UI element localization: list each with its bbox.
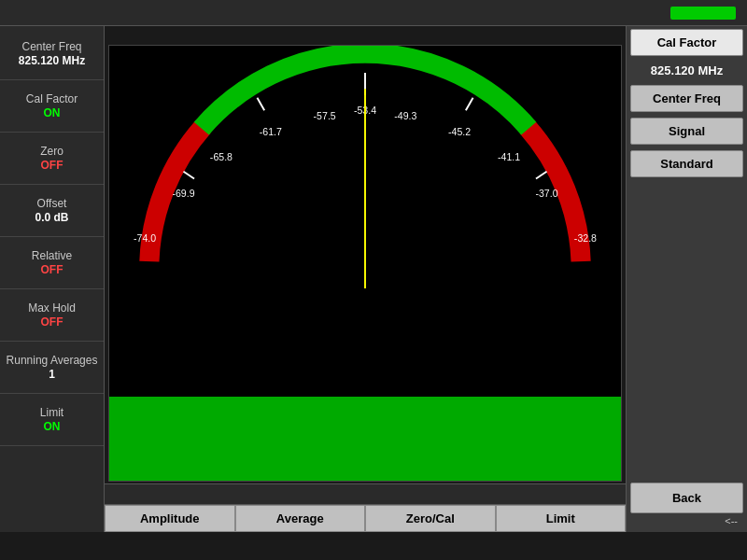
sidebar-item-2[interactable]: ZeroOFF (0, 133, 104, 185)
svg-line-13 (466, 98, 473, 110)
tab-average[interactable]: Average (235, 505, 366, 532)
meter-container: -74.0 -69.9 -65.8 -61.7 -57.5 -53.4 -49.… (108, 45, 622, 482)
right-btn-standard[interactable]: Standard (630, 150, 743, 177)
green-band (109, 397, 621, 481)
svg-text:-37.0: -37.0 (535, 188, 557, 199)
arrow-indicator: <-- (630, 513, 743, 528)
sidebar-item-7[interactable]: LimitON (0, 394, 104, 446)
svg-line-15 (536, 172, 547, 179)
svg-text:-45.2: -45.2 (448, 126, 471, 137)
right-btn-signal[interactable]: Signal (630, 118, 743, 145)
right-spacer (627, 180, 747, 479)
right-panel: Cal Factor825.120 MHzCenter FreqSignalSt… (626, 26, 747, 532)
tab-limit[interactable]: Limit (496, 505, 627, 532)
svg-text:-57.5: -57.5 (314, 110, 336, 121)
center-freq-info: 825.120 MHz (627, 61, 747, 80)
left-sidebar: Center Freq825.120 MHzCal FactorONZeroOF… (0, 26, 105, 532)
svg-text:-49.3: -49.3 (394, 110, 416, 121)
tab-zero/cal[interactable]: Zero/Cal (365, 505, 496, 532)
device-info (105, 26, 626, 43)
back-button[interactable]: Back (630, 483, 743, 513)
svg-text:-32.8: -32.8 (574, 232, 597, 244)
top-bar (0, 0, 747, 26)
svg-text:-61.7: -61.7 (260, 126, 282, 137)
svg-line-14 (183, 172, 194, 179)
svg-text:-69.9: -69.9 (172, 188, 194, 199)
sidebar-item-4[interactable]: RelativeOFF (0, 237, 104, 289)
svg-text:-65.8: -65.8 (210, 151, 233, 162)
svg-text:-41.1: -41.1 (498, 151, 520, 162)
sidebar-item-5[interactable]: Max HoldOFF (0, 289, 104, 342)
bottom-tabs: AmplitudeAverageZero/CalLimit (105, 504, 626, 532)
arc-meter: -74.0 -69.9 -65.8 -61.7 -57.5 -53.4 -49.… (109, 46, 621, 288)
sidebar-item-6[interactable]: Running Averages1 (0, 342, 104, 394)
status-bar (105, 483, 626, 504)
back-btn-container: Back<-- (630, 483, 743, 528)
svg-line-12 (257, 98, 264, 110)
sidebar-item-3[interactable]: Offset0.0 dB (0, 185, 104, 237)
sidebar-item-0[interactable]: Center Freq825.120 MHz (0, 28, 104, 80)
tab-amplitude[interactable]: Amplitude (105, 505, 235, 532)
signal-indicator (670, 7, 736, 20)
center-area: -74.0 -69.9 -65.8 -61.7 -57.5 -53.4 -49.… (105, 26, 626, 532)
sidebar-item-1[interactable]: Cal FactorON (0, 80, 104, 133)
main-layout: Center Freq825.120 MHzCal FactorONZeroOF… (0, 26, 747, 532)
right-btn-cal-factor[interactable]: Cal Factor (630, 29, 743, 56)
svg-text:-74.0: -74.0 (134, 232, 156, 244)
right-btn-center-freq[interactable]: Center Freq (630, 85, 743, 112)
